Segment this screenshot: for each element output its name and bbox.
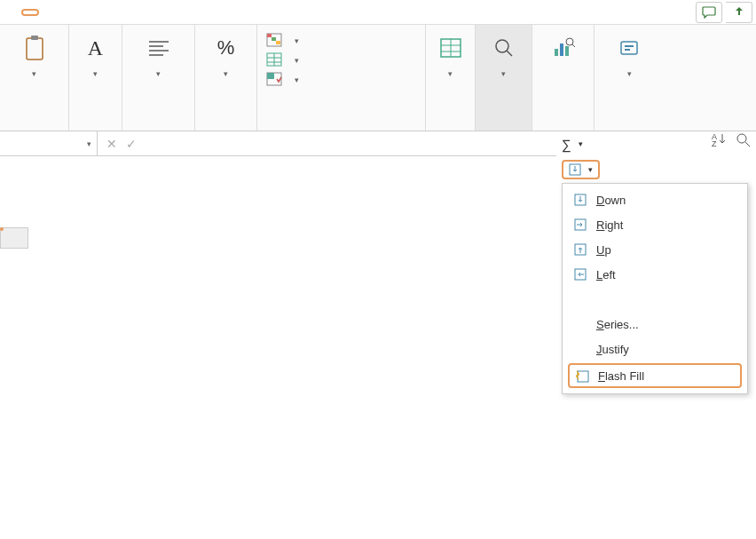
svg-rect-22 — [555, 49, 558, 56]
cell-styles[interactable]: ▾ — [266, 69, 299, 89]
table-icon — [266, 52, 282, 67]
menu-view[interactable] — [110, 9, 124, 16]
svg-line-21 — [507, 51, 512, 56]
menu-formulas[interactable] — [67, 9, 82, 16]
alignment-icon — [145, 34, 173, 62]
flash-fill-label: lash Fill — [605, 369, 644, 383]
fill-left-label: eft — [602, 268, 615, 281]
chevron-down-icon: ▾ — [87, 139, 91, 148]
autosum-button[interactable]: ∑ ▾ — [562, 137, 583, 152]
arrow-left-icon — [574, 268, 587, 281]
chevron-down-icon: ▾ — [448, 69, 453, 78]
svg-rect-29 — [625, 49, 630, 51]
fill-menu: Down Right Up Left Series... Justify F — [562, 183, 748, 394]
speech-bubble-icon — [702, 6, 716, 19]
ribbon-sensitivity[interactable]: ▾ — [595, 25, 664, 131]
chevron-down-icon: ▾ — [156, 69, 161, 78]
comments-button[interactable] — [696, 2, 722, 23]
ribbon-number[interactable]: % ▾ — [195, 25, 257, 131]
chevron-down-icon: ▾ — [93, 69, 98, 78]
accept-formula-icon[interactable]: ✓ — [126, 137, 137, 151]
svg-rect-9 — [276, 41, 280, 44]
svg-rect-24 — [565, 46, 569, 56]
ribbon-editing[interactable]: ▾ — [476, 25, 532, 131]
fill-series[interactable]: Series... — [563, 312, 747, 337]
fill-justify-label: ustify — [602, 343, 629, 356]
find-select-button[interactable] — [735, 131, 752, 147]
svg-rect-27 — [621, 42, 637, 54]
flash-fill-icon — [575, 369, 589, 383]
select-all-corner[interactable] — [0, 227, 28, 249]
arrow-up-icon — [574, 243, 587, 256]
menubar — [0, 0, 756, 25]
svg-point-20 — [496, 40, 508, 52]
svg-line-26 — [572, 44, 575, 47]
ribbon-clipboard[interactable]: ▾ — [0, 25, 69, 131]
name-box[interactable]: ▾ — [0, 131, 98, 155]
percent-icon: % — [212, 34, 240, 62]
ribbon-alignment[interactable]: ▾ — [122, 25, 195, 131]
menu-help[interactable] — [153, 9, 167, 16]
svg-line-33 — [745, 142, 750, 147]
chevron-down-icon: ▾ — [627, 69, 632, 78]
menu-automate[interactable] — [124, 9, 138, 16]
format-as-table[interactable]: ▾ — [266, 50, 299, 69]
svg-rect-28 — [625, 45, 634, 47]
ribbon: ▾ A ▾ ▾ % ▾ ▾ — [0, 25, 756, 131]
menu-page-layout[interactable] — [53, 9, 67, 16]
fill-button[interactable]: ▾ — [562, 160, 600, 179]
fill-across-worksheets — [563, 287, 747, 312]
svg-text:Z: Z — [712, 139, 717, 147]
font-icon: A — [82, 34, 110, 62]
fill-down-label: own — [604, 194, 626, 207]
svg-rect-7 — [267, 34, 272, 37]
svg-rect-15 — [267, 73, 274, 79]
share-button[interactable] — [726, 2, 752, 23]
menu-data[interactable] — [82, 9, 96, 16]
fill-down[interactable]: Down — [563, 187, 747, 212]
share-icon — [733, 6, 745, 19]
fill-down-icon — [569, 163, 581, 176]
cells-icon — [437, 34, 465, 62]
menu-review[interactable] — [96, 9, 110, 16]
menu-developer[interactable] — [138, 9, 153, 16]
chevron-down-icon: ▾ — [224, 69, 228, 78]
ribbon-font[interactable]: A ▾ — [69, 25, 122, 131]
menu-file[interactable] — [7, 9, 21, 16]
svg-point-32 — [737, 134, 746, 143]
svg-point-25 — [566, 38, 573, 45]
analyze-icon — [549, 34, 578, 62]
chevron-down-icon: ▾ — [588, 165, 593, 174]
menu-home[interactable] — [21, 9, 39, 16]
conditional-formatting[interactable]: ▾ — [266, 30, 299, 50]
magnifier-icon — [735, 131, 752, 147]
ribbon-styles: ▾ ▾ ▾ — [257, 25, 426, 131]
svg-rect-1 — [31, 36, 38, 40]
clipboard-icon — [20, 34, 49, 62]
cell-styles-icon — [266, 72, 282, 86]
magnifier-icon — [490, 34, 518, 62]
fill-right[interactable]: Right — [563, 212, 747, 237]
sigma-icon: ∑ — [562, 137, 571, 152]
fill-up[interactable]: Up — [563, 237, 747, 262]
chevron-down-icon: ▾ — [32, 69, 36, 78]
editing-dropdown-panel: ∑ ▾ AZ ▾ Down Right — [556, 131, 756, 179]
fill-left[interactable]: Left — [563, 262, 747, 287]
chevron-down-icon: ▾ — [579, 139, 583, 148]
svg-rect-8 — [272, 37, 276, 41]
arrow-down-icon — [574, 194, 587, 206]
fill-justify[interactable]: Justify — [563, 337, 747, 361]
fill-flash-fill[interactable]: Flash Fill — [568, 363, 742, 388]
fill-right-label: ight — [604, 218, 623, 232]
svg-rect-23 — [560, 44, 563, 56]
ribbon-cells[interactable]: ▾ — [426, 25, 476, 131]
fill-series-label: eries... — [604, 318, 639, 331]
menu-insert[interactable] — [39, 9, 53, 16]
cancel-formula-icon[interactable]: ✕ — [106, 137, 117, 151]
sort-icon: AZ — [710, 131, 728, 147]
chevron-down-icon: ▾ — [501, 69, 506, 78]
conditional-formatting-icon — [266, 33, 282, 47]
ribbon-analyze[interactable] — [532, 25, 595, 131]
sort-filter-button[interactable]: AZ — [710, 131, 728, 147]
fill-up-label: p — [604, 243, 610, 257]
